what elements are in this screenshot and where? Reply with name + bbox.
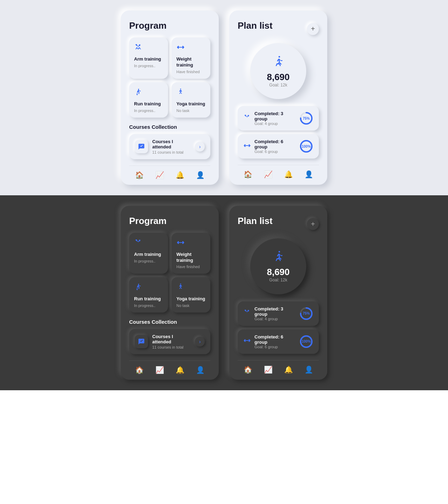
nav-user-dark[interactable]: 👤 bbox=[196, 366, 205, 374]
top-section: Program Arm training In progress.. Weigh… bbox=[0, 0, 448, 195]
training-item-arm-light[interactable]: Arm training In progress.. bbox=[129, 37, 168, 79]
progress-item-2-dark[interactable]: Completed: 6 group Goal: 6 group 100% bbox=[238, 329, 319, 354]
arm-name-light: Arm training bbox=[134, 56, 163, 62]
courses-arrow-light[interactable]: › bbox=[195, 142, 205, 152]
progress-goal-1-dark: Goal: 4 group bbox=[254, 317, 296, 321]
courses-text-light: Courses I attended 11 courses in total bbox=[152, 139, 191, 154]
bottom-nav-program-light: 🏠 📈 🔔 👤 bbox=[129, 166, 210, 179]
nav-bell-dark[interactable]: 🔔 bbox=[176, 366, 184, 374]
svg-rect-14 bbox=[245, 145, 248, 146]
program-title-dark: Program bbox=[129, 216, 210, 226]
progress-item-1-light[interactable]: Completed: 3 group Goal: 4 group 75% bbox=[238, 106, 319, 131]
nav-bell-plan-dark[interactable]: 🔔 bbox=[284, 365, 293, 374]
yoga-status-light: No task bbox=[176, 108, 205, 113]
weight-icon-dark bbox=[176, 238, 205, 249]
progress-percent-2-dark: 100% bbox=[302, 340, 311, 343]
nav-chart-light[interactable]: 📈 bbox=[155, 171, 164, 179]
svg-rect-21 bbox=[179, 242, 182, 243]
nav-user-plan-light[interactable]: 👤 bbox=[304, 170, 313, 178]
svg-rect-18 bbox=[178, 241, 179, 244]
nav-bell-plan-light[interactable]: 🔔 bbox=[284, 170, 293, 178]
progress-circle-1-dark: 75% bbox=[299, 307, 313, 321]
nav-home-dark[interactable]: 🏠 bbox=[135, 366, 144, 374]
plan-card-dark: Plan list + 8,690 Goal: 12k Completed: 3… bbox=[229, 206, 327, 380]
program-title-light: Program bbox=[129, 20, 210, 31]
run-status-dark: In progress.. bbox=[134, 303, 163, 308]
courses-title-dark: Courses I attended bbox=[152, 334, 191, 344]
svg-point-5 bbox=[138, 89, 139, 90]
progress-text-2-light: Completed: 6 group Goal: 6 group bbox=[254, 139, 296, 154]
yoga-name-light: Yoga training bbox=[176, 101, 205, 107]
nav-chart-dark[interactable]: 📈 bbox=[155, 366, 164, 374]
progress-item-1-dark[interactable]: Completed: 3 group Goal: 4 group 75% bbox=[238, 301, 319, 326]
yoga-status-dark: No task bbox=[176, 303, 205, 308]
progress-goal-2-dark: Goal: 6 group bbox=[254, 345, 296, 349]
nav-bell-light[interactable]: 🔔 bbox=[176, 171, 184, 179]
courses-title-light: Courses I attended bbox=[152, 139, 191, 149]
svg-rect-4 bbox=[179, 47, 182, 48]
training-item-run-light[interactable]: Run training In progress.. bbox=[129, 82, 168, 118]
weight-name-light: Weight training bbox=[176, 56, 205, 68]
progress-circle-2-light: 100% bbox=[299, 139, 313, 153]
svg-rect-3 bbox=[183, 47, 184, 48]
courses-item-light[interactable]: Courses I attended 11 courses in total › bbox=[129, 134, 210, 159]
svg-point-23 bbox=[180, 284, 181, 285]
progress-goal-2-light: Goal: 6 group bbox=[254, 149, 296, 154]
runner-icon-light bbox=[272, 55, 285, 70]
training-item-weight-light[interactable]: Weight training Have finished bbox=[172, 37, 210, 79]
courses-sub-dark: 11 courses in total bbox=[152, 345, 191, 349]
nav-chart-plan-dark[interactable]: 📈 bbox=[264, 365, 273, 374]
run-status-light: In progress.. bbox=[134, 108, 163, 113]
svg-point-6 bbox=[180, 89, 181, 90]
weight-status-dark: Have finished bbox=[176, 265, 205, 269]
svg-rect-28 bbox=[245, 340, 246, 342]
weight-icon-light bbox=[176, 43, 205, 54]
run-name-light: Run training bbox=[134, 101, 163, 107]
progress-completed-2-light: Completed: 6 group bbox=[254, 139, 296, 149]
progress-item-2-light[interactable]: Completed: 6 group Goal: 6 group 100% bbox=[238, 134, 319, 159]
progress-percent-2-light: 100% bbox=[302, 145, 311, 148]
courses-section-label-dark: Courses Collection bbox=[129, 319, 210, 325]
progress-icon-1-light bbox=[243, 114, 251, 123]
run-name-dark: Run training bbox=[134, 296, 163, 302]
progress-goal-1-light: Goal: 4 group bbox=[254, 121, 296, 126]
progress-percent-1-light: 75% bbox=[303, 117, 310, 120]
nav-chart-plan-light[interactable]: 📈 bbox=[264, 170, 273, 178]
yoga-name-dark: Yoga training bbox=[176, 296, 205, 302]
plan-add-button-light[interactable]: + bbox=[307, 23, 319, 35]
step-counter-dark: 8,690 Goal: 12k bbox=[250, 238, 306, 294]
training-item-run-dark[interactable]: Run training In progress.. bbox=[129, 277, 168, 313]
courses-item-dark[interactable]: Courses I attended 11 courses in total › bbox=[129, 329, 210, 354]
training-item-yoga-dark[interactable]: Yoga training No task bbox=[172, 277, 210, 313]
program-card-dark: Program Arm training In progress.. Weigh… bbox=[121, 206, 219, 380]
nav-user-light[interactable]: 👤 bbox=[196, 171, 205, 179]
plan-title-dark: Plan list bbox=[238, 216, 273, 226]
progress-circle-2-dark: 100% bbox=[299, 335, 313, 349]
plan-add-button-dark[interactable]: + bbox=[307, 218, 319, 230]
training-item-arm-dark[interactable]: Arm training In progress.. bbox=[129, 233, 168, 274]
svg-point-22 bbox=[138, 284, 139, 285]
courses-section-label-light: Courses Collection bbox=[129, 124, 210, 130]
arm-status-dark: In progress.. bbox=[134, 259, 163, 263]
svg-rect-1 bbox=[178, 46, 179, 49]
training-item-weight-dark[interactable]: Weight training Have finished bbox=[172, 233, 210, 274]
training-item-yoga-light[interactable]: Yoga training No task bbox=[172, 82, 210, 118]
progress-percent-1-dark: 75% bbox=[303, 312, 310, 315]
courses-icon-light bbox=[135, 140, 148, 153]
svg-rect-20 bbox=[183, 242, 184, 243]
weight-status-light: Have finished bbox=[176, 70, 205, 74]
nav-home-plan-light[interactable]: 🏠 bbox=[244, 170, 252, 178]
nav-home-light[interactable]: 🏠 bbox=[135, 171, 144, 179]
svg-point-24 bbox=[279, 251, 280, 253]
svg-rect-13 bbox=[249, 145, 250, 146]
yoga-icon-dark bbox=[176, 283, 205, 293]
courses-arrow-dark[interactable]: › bbox=[195, 337, 205, 346]
nav-user-plan-dark[interactable]: 👤 bbox=[304, 365, 313, 374]
progress-text-2-dark: Completed: 6 group Goal: 6 group bbox=[254, 334, 296, 349]
svg-rect-31 bbox=[245, 340, 248, 341]
svg-point-7 bbox=[279, 56, 280, 58]
nav-home-plan-dark[interactable]: 🏠 bbox=[244, 365, 252, 374]
plan-card-light: Plan list + 8,690 Goal: 12k Completed: 3… bbox=[229, 10, 327, 185]
progress-completed-1-dark: Completed: 3 group bbox=[254, 306, 296, 317]
progress-icon-2-light bbox=[243, 142, 251, 151]
